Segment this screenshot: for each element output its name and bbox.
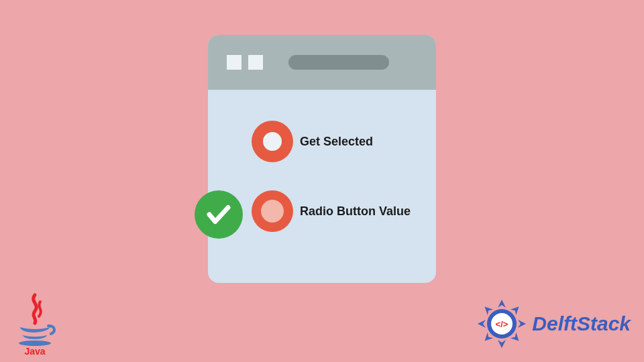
delftstack-text: DelftStack (532, 312, 631, 335)
radio-label: Radio Button Value (300, 204, 411, 219)
svg-text:</>: </> (496, 319, 508, 329)
window-address-bar (288, 55, 389, 70)
radio-dot-selected (261, 200, 284, 223)
radio-dot-unselected (263, 132, 282, 151)
svg-point-0 (19, 341, 51, 346)
window-control-square (248, 55, 263, 70)
radio-ring-icon (252, 121, 293, 162)
delftstack-ornament-icon: </> (476, 298, 528, 350)
app-window: Get Selected Radio Button Value (208, 35, 436, 283)
radio-option-1[interactable]: Get Selected (252, 121, 373, 162)
window-titlebar (208, 35, 436, 90)
radio-option-2[interactable]: Radio Button Value (252, 190, 411, 232)
radio-label: Get Selected (300, 135, 373, 149)
delftstack-logo: </> DelftStack (476, 298, 631, 350)
checkmark-badge-icon (195, 190, 243, 239)
radio-ring-icon (252, 190, 293, 232)
java-logo-icon: Java (8, 290, 62, 357)
window-control-square (227, 55, 241, 70)
java-text: Java (24, 346, 45, 357)
